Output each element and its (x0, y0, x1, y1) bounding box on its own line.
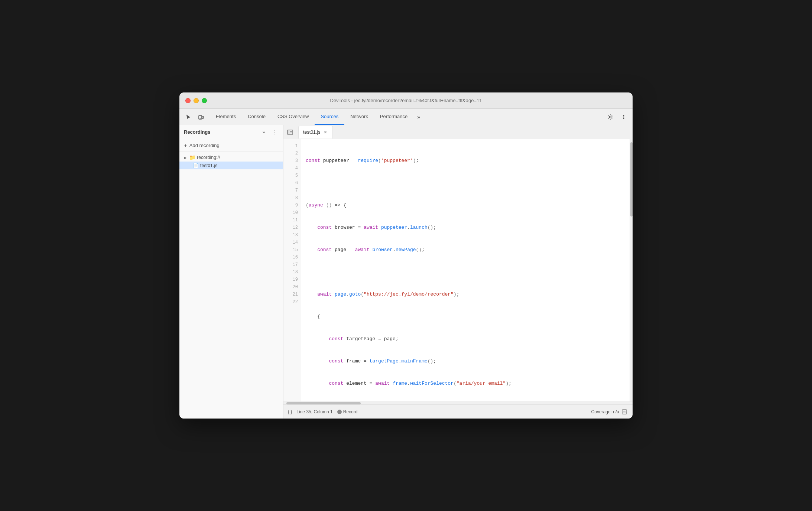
code-line-1: const puppeteer = require('puppeteer'); (306, 157, 630, 165)
nav-right (604, 111, 630, 123)
more-options-icon[interactable] (618, 111, 630, 123)
code-line-9: const targetPage = page; (306, 335, 630, 343)
cursor-position: Line 35, Column 1 (296, 409, 332, 414)
format-icon: { } (288, 409, 292, 414)
code-content: const puppeteer = require('puppeteer'); … (301, 139, 630, 401)
scrollbar-thumb[interactable] (630, 142, 633, 217)
line-numbers: 1 2 3 4 5 6 7 8 9 10 11 12 13 14 (283, 139, 301, 401)
format-button[interactable]: { } (288, 409, 292, 414)
tab-sources[interactable]: Sources (315, 109, 344, 125)
h-scrollbar-thumb[interactable] (286, 402, 361, 404)
tree-folder-item[interactable]: ▶ 📁 recording:// (179, 153, 283, 162)
coverage-map-icon[interactable] (621, 408, 628, 416)
status-right: Coverage: n/a (591, 408, 628, 416)
tab-css-overview[interactable]: CSS Overview (272, 109, 315, 125)
tab-elements[interactable]: Elements (210, 109, 242, 125)
traffic-lights (185, 98, 207, 103)
code-line-11: const element = await frame.waitForSelec… (306, 380, 630, 387)
svg-point-6 (623, 118, 624, 119)
code-line-5: const page = await browser.newPage(); (306, 246, 630, 254)
devtools-body: Recordings » ⋮ + Add recording ▶ 📁 (179, 125, 633, 419)
svg-point-4 (623, 115, 624, 116)
devtools-nav: Elements Console CSS Overview Sources Ne… (179, 109, 633, 125)
editor-area: test01.js ✕ 1 2 3 4 5 6 7 8 9 (283, 125, 633, 419)
sidebar: Recordings » ⋮ + Add recording ▶ 📁 (179, 125, 283, 419)
chevron-down-icon: ▶ (184, 156, 187, 160)
editor-tab-label: test01.js (303, 130, 321, 135)
more-tabs-button[interactable]: » (413, 112, 424, 122)
folder-icon: 📁 (189, 154, 195, 160)
code-line-3: (async () => { (306, 202, 630, 209)
file-name: test01.js (200, 163, 218, 168)
vertical-scrollbar[interactable] (630, 139, 633, 401)
folder-row: ▶ 📁 recording:// (184, 154, 220, 160)
editor-tabs: test01.js ✕ (283, 125, 633, 139)
tab-network[interactable]: Network (344, 109, 374, 125)
svg-rect-1 (202, 116, 204, 118)
sidebar-header-icons: » ⋮ (259, 128, 279, 137)
add-recording-label: Add recording (189, 143, 220, 148)
editor-tab-test01[interactable]: test01.js ✕ (298, 126, 333, 139)
code-line-6 (306, 268, 630, 276)
svg-rect-7 (288, 130, 293, 134)
cursor-icon[interactable] (182, 111, 194, 123)
tab-close-icon[interactable]: ✕ (323, 130, 328, 135)
tab-console[interactable]: Console (242, 109, 272, 125)
nav-icons-left (182, 111, 207, 123)
sidebar-header: Recordings » ⋮ (179, 125, 283, 139)
svg-point-5 (623, 116, 624, 117)
title-bar: DevTools - jec.fyi/demo/recorder?email=t… (179, 92, 633, 109)
code-line-8: { (306, 313, 630, 320)
close-button[interactable] (185, 98, 191, 103)
window-title: DevTools - jec.fyi/demo/recorder?email=t… (330, 98, 482, 103)
maximize-button[interactable] (202, 98, 207, 103)
code-line-10: const frame = targetPage.mainFrame(); (306, 358, 630, 365)
svg-point-3 (610, 116, 611, 118)
code-line-2 (306, 179, 630, 187)
record-dot-icon (337, 410, 342, 414)
status-bar: { } Line 35, Column 1 Record Coverage: n… (283, 404, 633, 419)
editor-sidebar-toggle[interactable] (285, 127, 295, 137)
code-line-7: await page.goto("https://jec.fyi/demo/re… (306, 291, 630, 298)
tree-file-item[interactable]: 📄 test01.js (179, 162, 283, 169)
horizontal-scrollbar[interactable] (283, 401, 633, 404)
code-line-4: const browser = await puppeteer.launch()… (306, 224, 630, 231)
folder-name: recording:// (197, 155, 220, 160)
code-editor[interactable]: 1 2 3 4 5 6 7 8 9 10 11 12 13 14 (283, 139, 633, 401)
file-icon: 📄 (193, 163, 199, 168)
nav-tabs: Elements Console CSS Overview Sources Ne… (210, 109, 604, 125)
sidebar-title: Recordings (184, 129, 259, 135)
record-button[interactable]: Record (337, 409, 358, 414)
plus-icon: + (184, 142, 187, 149)
expand-sidebar-icon[interactable]: » (259, 128, 268, 137)
file-tree: ▶ 📁 recording:// 📄 test01.js (179, 152, 283, 419)
device-icon[interactable] (195, 111, 207, 123)
settings-icon[interactable] (604, 111, 616, 123)
sidebar-menu-icon[interactable]: ⋮ (270, 128, 279, 137)
minimize-button[interactable] (194, 98, 199, 103)
tab-performance[interactable]: Performance (374, 109, 413, 125)
devtools-window: DevTools - jec.fyi/demo/recorder?email=t… (179, 92, 633, 419)
add-recording-button[interactable]: + Add recording (179, 139, 283, 152)
